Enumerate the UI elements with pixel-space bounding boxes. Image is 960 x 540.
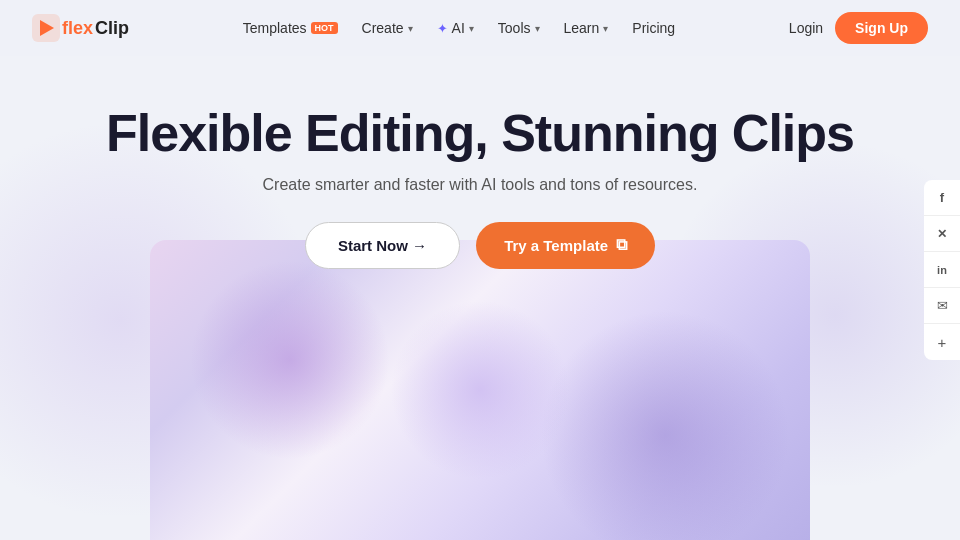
nav-learn[interactable]: Learn ▾ <box>564 20 609 36</box>
preview-card <box>150 240 810 540</box>
learn-label: Learn <box>564 20 600 36</box>
create-chevron-icon: ▾ <box>408 23 413 34</box>
nav-ai[interactable]: ✦ AI ▾ <box>437 20 474 36</box>
twitter-x-icon: ✕ <box>937 227 947 241</box>
preview-container <box>150 240 810 540</box>
nav-actions: Login Sign Up <box>789 12 928 44</box>
start-now-button[interactable]: Start Now → <box>305 222 460 269</box>
logo-clip-text: Clip <box>95 18 129 39</box>
email-button[interactable]: ✉ <box>924 288 960 324</box>
pricing-label: Pricing <box>632 20 675 36</box>
ai-label: AI <box>452 20 465 36</box>
tools-chevron-icon: ▾ <box>535 23 540 34</box>
facebook-button[interactable]: f <box>924 180 960 216</box>
nav-pricing[interactable]: Pricing <box>632 20 675 36</box>
nav-templates[interactable]: Templates HOT <box>243 20 338 36</box>
navbar: flexClip Templates HOT Create ▾ ✦ AI ▾ T… <box>0 0 960 56</box>
nav-links: Templates HOT Create ▾ ✦ AI ▾ Tools ▾ <box>243 20 675 36</box>
nav-create[interactable]: Create ▾ <box>362 20 413 36</box>
hero-buttons: Start Now → Try a Template ⧉ <box>305 222 655 269</box>
template-icon: ⧉ <box>616 236 627 254</box>
plus-icon: + <box>938 334 947 351</box>
signup-button[interactable]: Sign Up <box>835 12 928 44</box>
social-sidebar: f ✕ in ✉ + <box>924 180 960 360</box>
try-template-button[interactable]: Try a Template ⧉ <box>476 222 655 269</box>
hero-subtitle: Create smarter and faster with AI tools … <box>263 176 698 194</box>
ai-chevron-icon: ▾ <box>469 23 474 34</box>
tools-label: Tools <box>498 20 531 36</box>
share-plus-button[interactable]: + <box>924 324 960 360</box>
hero-title: Flexible Editing, Stunning Clips <box>106 104 854 164</box>
logo-flex-text: flex <box>62 18 93 39</box>
preview-gradient-2 <box>540 310 790 540</box>
nav-tools[interactable]: Tools ▾ <box>498 20 540 36</box>
facebook-icon: f <box>940 190 944 205</box>
templates-badge: HOT <box>311 22 338 34</box>
email-icon: ✉ <box>937 298 948 313</box>
linkedin-icon: in <box>937 264 947 276</box>
try-template-label: Try a Template <box>504 237 608 254</box>
preview-gradient-1 <box>190 260 390 460</box>
flexclip-logo-icon <box>32 14 60 42</box>
preview-gradient-3 <box>390 300 570 480</box>
twitter-button[interactable]: ✕ <box>924 216 960 252</box>
linkedin-button[interactable]: in <box>924 252 960 288</box>
logo[interactable]: flexClip <box>32 14 129 42</box>
ai-spark-icon: ✦ <box>437 21 448 36</box>
learn-chevron-icon: ▾ <box>603 23 608 34</box>
start-now-label: Start Now → <box>338 237 427 254</box>
hero-section: Flexible Editing, Stunning Clips Create … <box>0 56 960 269</box>
create-label: Create <box>362 20 404 36</box>
templates-label: Templates <box>243 20 307 36</box>
login-button[interactable]: Login <box>789 20 823 36</box>
